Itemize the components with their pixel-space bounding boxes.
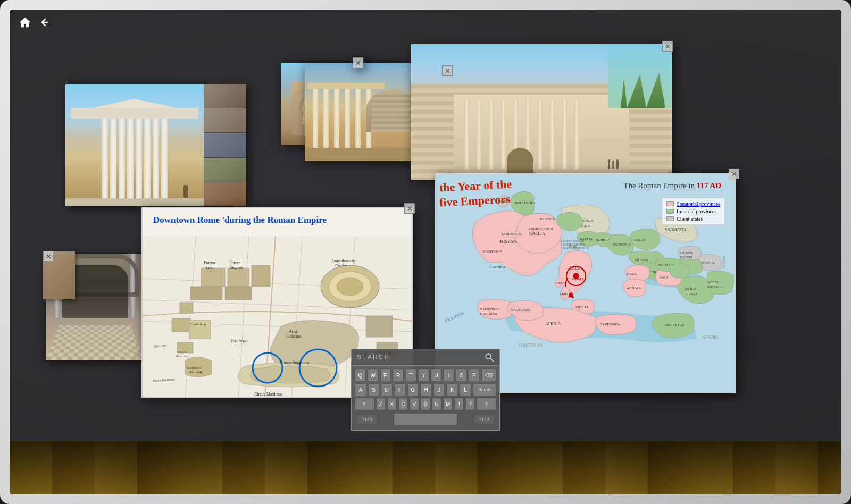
home-button[interactable] xyxy=(18,15,32,30)
key-space[interactable] xyxy=(394,413,457,426)
panel-empire-map-close[interactable]: ✕ xyxy=(729,169,739,179)
key-i[interactable]: I xyxy=(443,369,454,382)
key-l[interactable]: L xyxy=(460,383,471,396)
nav-bar xyxy=(18,15,52,30)
svg-text:CORSICA: CORSICA xyxy=(554,282,566,285)
search-input-row[interactable]: SEARCH xyxy=(351,349,500,366)
key-n[interactable]: N xyxy=(432,398,441,410)
back-button[interactable] xyxy=(37,15,52,30)
panel-rome-map-close[interactable]: ✕ xyxy=(404,203,415,214)
key-return[interactable]: return xyxy=(473,383,496,396)
empire-map-title: The Roman Empire in 117 AD xyxy=(623,181,721,190)
svg-text:SARDINIA: SARDINIA xyxy=(560,292,573,296)
device-frame: ✕ xyxy=(0,0,851,504)
svg-text:TINGITANA: TINGITANA xyxy=(480,312,497,315)
svg-text:Amphitheatrum: Amphitheatrum xyxy=(331,258,355,263)
svg-line-96 xyxy=(490,358,493,361)
thumb-1[interactable] xyxy=(204,84,246,108)
panel-theater-large xyxy=(411,44,672,180)
key-m[interactable]: M xyxy=(443,398,453,410)
panel-theater-large-close[interactable]: ✕ xyxy=(662,41,673,52)
svg-text:SYRIA: SYRIA xyxy=(685,287,696,291)
svg-text:Forum: Forum xyxy=(177,350,187,354)
key-f[interactable]: F xyxy=(394,383,406,396)
svg-text:3.ALPES MARITIMAE: 3.ALPES MARITIMAE xyxy=(561,247,590,250)
key-v[interactable]: V xyxy=(410,398,419,410)
svg-text:GAETULIA: GAETULIA xyxy=(519,342,543,348)
svg-text:GALLIA: GALLIA xyxy=(529,231,545,236)
key-num-right[interactable]: ?123 xyxy=(474,415,494,424)
svg-text:1.ALPES POENAE: 1.ALPES POENAE xyxy=(561,239,585,242)
key-b[interactable]: B xyxy=(421,398,430,410)
svg-rect-20 xyxy=(180,303,193,313)
key-k[interactable]: K xyxy=(446,383,458,396)
svg-text:ASIA: ASIA xyxy=(660,275,668,280)
panel-interior-close[interactable]: ✕ xyxy=(43,251,54,262)
svg-text:PANNONIA: PANNONIA xyxy=(613,242,631,246)
svg-text:Area: Area xyxy=(289,329,297,334)
key-question[interactable]: ? xyxy=(465,398,475,410)
thumb-2[interactable] xyxy=(204,108,246,133)
key-g[interactable]: G xyxy=(407,383,419,396)
svg-text:Domus Augustana: Domus Augustana xyxy=(280,360,310,365)
svg-text:BAETICA: BAETICA xyxy=(489,265,505,270)
key-t[interactable]: T xyxy=(405,369,416,382)
key-r[interactable]: R xyxy=(393,369,404,382)
svg-text:BOSPORI: BOSPORI xyxy=(680,256,692,259)
key-exclaim[interactable]: ! xyxy=(454,398,464,410)
search-icon xyxy=(485,352,494,362)
key-a[interactable]: A xyxy=(355,383,366,396)
svg-text:Palatina: Palatina xyxy=(287,334,301,339)
svg-text:POTAMIA: POTAMIA xyxy=(707,285,723,289)
key-shift-left[interactable]: ⇧ xyxy=(355,398,374,410)
key-shift-right[interactable]: ⇧ xyxy=(477,398,496,410)
svg-text:Theatrum: Theatrum xyxy=(186,366,201,370)
svg-text:AFRICA: AFRICA xyxy=(545,322,561,326)
key-backspace[interactable]: ⌫ xyxy=(481,369,496,382)
panel-theater-sub-close[interactable]: ✕ xyxy=(442,65,453,76)
key-d[interactable]: D xyxy=(381,383,393,396)
svg-text:ARABIA: ARABIA xyxy=(702,335,719,340)
svg-text:MAURETANIA: MAURETANIA xyxy=(480,308,502,311)
key-e[interactable]: E xyxy=(380,369,391,382)
empire-map-legend: Senatorial provinces Imperial provinces … xyxy=(662,198,725,225)
wood-floor xyxy=(10,441,841,494)
thumb-4[interactable] xyxy=(204,158,246,182)
panel-temple xyxy=(65,84,246,206)
svg-text:HIBER: HIBER xyxy=(498,200,508,203)
svg-text:LUSITANIA: LUSITANIA xyxy=(483,249,503,254)
thumb-3[interactable] xyxy=(204,133,246,157)
key-w[interactable]: W xyxy=(368,369,379,382)
key-c[interactable]: C xyxy=(398,398,408,410)
search-bar: SEARCH Q W E R T Y U I O P xyxy=(351,349,500,431)
svg-text:LUGDUNENSIS: LUGDUNENSIS xyxy=(529,226,553,230)
svg-rect-21 xyxy=(366,316,393,337)
svg-text:Forum: Forum xyxy=(229,261,241,265)
key-num-left[interactable]: ?123 xyxy=(357,415,377,424)
key-q[interactable]: Q xyxy=(355,369,366,382)
svg-text:BELGICA: BELGICA xyxy=(540,217,555,221)
panel-ruins-small-close[interactable]: ✕ xyxy=(353,57,363,68)
svg-text:Augusti: Augusti xyxy=(229,265,243,270)
key-h[interactable]: H xyxy=(420,383,432,396)
svg-text:SARMATIA: SARMATIA xyxy=(665,228,687,232)
key-y[interactable]: Y xyxy=(418,369,429,382)
svg-rect-9 xyxy=(228,268,249,287)
key-s[interactable]: S xyxy=(368,383,380,396)
key-x[interactable]: X xyxy=(387,398,397,410)
svg-text:Circus Maximus: Circus Maximus xyxy=(254,392,282,397)
key-p[interactable]: P xyxy=(469,369,480,382)
svg-text:AEGYPTUS: AEGYPTUS xyxy=(665,323,685,327)
key-o[interactable]: O xyxy=(456,369,467,382)
svg-text:TARRACON.: TARRACON. xyxy=(501,232,522,236)
svg-text:Boarium: Boarium xyxy=(176,354,189,358)
keyboard: Q W E R T Y U I O P ⌫ A S D F xyxy=(351,366,500,431)
svg-text:SICILIA: SICILIA xyxy=(575,305,589,309)
key-z[interactable]: Z xyxy=(376,398,386,410)
svg-text:REGNUM: REGNUM xyxy=(680,251,693,255)
thumb-5[interactable] xyxy=(204,182,246,206)
svg-text:Traiani: Traiani xyxy=(204,265,216,270)
key-u[interactable]: U xyxy=(431,369,442,382)
svg-rect-10 xyxy=(252,265,270,287)
key-j[interactable]: J xyxy=(433,383,445,396)
